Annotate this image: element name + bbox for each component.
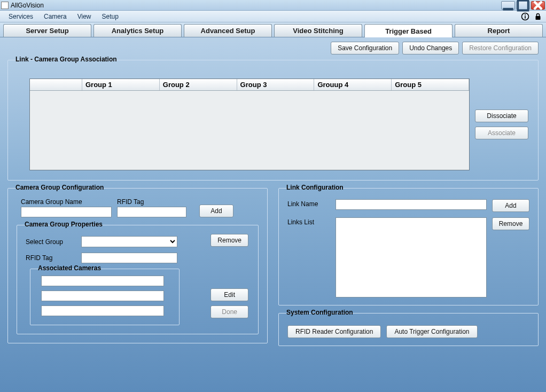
link-camera-group-association: Link - Camera Group Association Group 1 … <box>7 60 539 181</box>
info-icon[interactable] <box>520 12 530 21</box>
assoc-legend: Link - Camera Group Association <box>13 56 119 63</box>
save-configuration-button[interactable]: Save Configuration <box>331 42 399 54</box>
menu-services[interactable]: Services <box>3 12 38 21</box>
select-group-dropdown[interactable] <box>81 236 177 247</box>
tab-report[interactable]: Report <box>455 24 543 37</box>
associate-button[interactable]: Associate <box>475 127 528 139</box>
assoc-table-body[interactable] <box>30 91 469 170</box>
props-rfid-label: RFID Tag <box>26 254 76 262</box>
content-area: Save Configuration Undo Changes Restore … <box>0 37 546 392</box>
camera-group-name-input[interactable] <box>21 207 112 217</box>
cgconf-legend: Camera Group Configuration <box>13 184 106 191</box>
tab-advanced-setup[interactable]: Advanced Setup <box>184 24 272 37</box>
link-configuration: Link Configuration Link Name Add Links L… <box>278 188 539 305</box>
app-icon <box>1 2 9 9</box>
main-tabs: Server Setup Analytics Setup Advanced Se… <box>0 22 546 37</box>
camera-group-name-label: Camera Group Name <box>21 198 112 206</box>
dissociate-button[interactable]: Dissociate <box>475 109 528 122</box>
add-camera-group-button[interactable]: Add <box>199 205 233 217</box>
menu-bar: Services Camera View Setup <box>0 11 546 22</box>
props-rfid-input[interactable] <box>81 253 177 263</box>
close-button[interactable] <box>531 1 545 10</box>
menu-setup[interactable]: Setup <box>97 12 124 21</box>
tab-video-stitching[interactable]: Video Stitching <box>274 24 362 37</box>
svg-rect-1 <box>518 0 528 10</box>
tab-trigger-based[interactable]: Trigger Based <box>364 24 453 37</box>
sysconf-legend: System Configuration <box>284 309 355 316</box>
link-name-input[interactable] <box>336 199 487 210</box>
assoc-col-1: Group 1 <box>82 79 160 90</box>
associated-camera-slot-2[interactable] <box>41 291 164 301</box>
auto-trigger-configuration-button[interactable]: Auto Trigger Configuration <box>386 325 477 338</box>
associated-camera-slot-3[interactable] <box>41 305 164 316</box>
maximize-button[interactable] <box>516 1 530 10</box>
tab-server-setup[interactable]: Server Setup <box>3 24 91 37</box>
lock-icon[interactable] <box>533 12 543 21</box>
svg-rect-4 <box>525 15 526 18</box>
assoc-col-2: Group 2 <box>160 79 237 90</box>
menu-view[interactable]: View <box>72 12 97 21</box>
system-configuration: System Configuration RFID Reader Configu… <box>278 313 539 346</box>
done-camera-group-button[interactable]: Done <box>210 305 248 318</box>
svg-rect-0 <box>503 7 513 10</box>
linkconf-legend: Link Configuration <box>284 184 346 191</box>
associated-cameras: Associated Cameras <box>30 269 180 325</box>
rfid-tag-input[interactable] <box>117 207 186 217</box>
tab-analytics-setup[interactable]: Analytics Setup <box>93 24 182 37</box>
menu-camera[interactable]: Camera <box>38 12 72 21</box>
undo-changes-button[interactable]: Undo Changes <box>402 42 459 54</box>
svg-rect-5 <box>536 16 541 20</box>
svg-point-3 <box>525 14 526 15</box>
link-name-label: Link Name <box>287 199 330 208</box>
assoc-col-3: Group 3 <box>237 79 315 90</box>
remove-camera-group-button[interactable]: Remove <box>210 234 248 247</box>
assoc-table-header: Group 1 Group 2 Group 3 Grouup 4 Group 5 <box>30 79 469 91</box>
camera-group-configuration: Camera Group Configuration Camera Group … <box>7 188 268 343</box>
assoc-col-5: Group 5 <box>392 79 469 90</box>
assoc-table[interactable]: Group 1 Group 2 Group 3 Grouup 4 Group 5 <box>29 79 470 170</box>
edit-camera-group-button[interactable]: Edit <box>210 288 248 301</box>
rfid-tag-label: RFID Tag <box>117 198 186 206</box>
restore-configuration-button[interactable]: Restore Configuration <box>462 42 539 54</box>
assoc-cams-legend: Associated Cameras <box>36 264 103 272</box>
links-list-label: Links List <box>287 217 330 226</box>
top-actions: Save Configuration Undo Changes Restore … <box>7 42 539 54</box>
assoc-col-4: Grouup 4 <box>314 79 392 90</box>
select-group-label: Select Group <box>26 238 76 246</box>
minimize-button[interactable] <box>501 1 515 10</box>
rfid-reader-configuration-button[interactable]: RFID Reader Configuration <box>287 325 381 338</box>
window-title: AllGoVision <box>11 2 501 9</box>
assoc-col-blank <box>30 79 82 90</box>
associated-camera-slot-1[interactable] <box>41 276 164 286</box>
remove-link-button[interactable]: Remove <box>492 217 529 230</box>
add-link-button[interactable]: Add <box>492 199 529 212</box>
camera-group-properties: Camera Group Properties Select Group RFI… <box>17 225 259 334</box>
window-titlebar: AllGoVision <box>0 0 546 11</box>
cgprops-legend: Camera Group Properties <box>22 221 105 228</box>
links-listbox[interactable] <box>336 217 487 297</box>
